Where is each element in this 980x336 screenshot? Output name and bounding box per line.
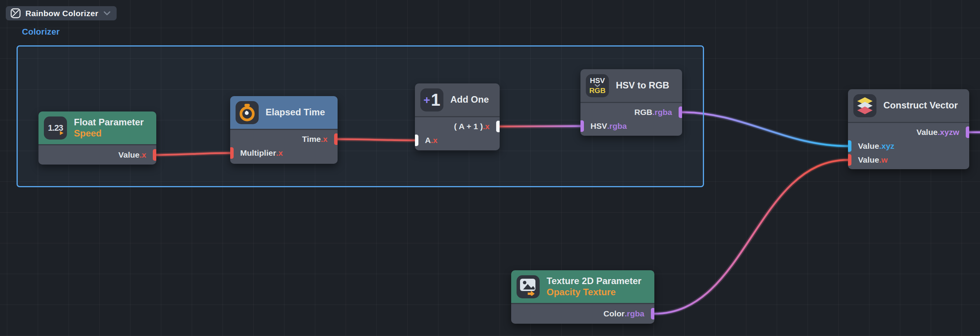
node-subtitle: Opacity Texture [547,287,641,298]
port-label: Multiplier [240,148,276,158]
wire-rgb-to-valuexyz[interactable] [682,112,848,146]
port-row-hsv-rgba: HSV.rgba [580,119,682,133]
port-label: Value [119,150,140,160]
port-label: ( A + 1 ) [454,122,483,131]
node-subtitle: Speed [74,128,144,139]
port-label: RGB [634,108,652,117]
node-title: HSV to RGB [616,80,669,91]
port-row-a-plus-1-x: ( A + 1 ).x [415,120,500,133]
texture-2d-icon [517,275,540,298]
node-title: Construct Vector [883,100,958,111]
port-color-rgba-output[interactable] [651,308,654,319]
port-row-rgb-rgba: RGB.rgba [580,105,682,119]
port-row-value-x: Value.x [38,145,156,165]
node-title: Elapsed Time [266,107,325,118]
node-hsv-to-rgb[interactable]: HSV RGB HSV to RGB RGB.rgba HSV.rgba [580,69,682,136]
chevron-down-icon [104,11,110,16]
port-label: Value [916,128,938,137]
node-title: Texture 2D Parameter [547,276,641,286]
node-texture-2d-parameter[interactable]: Texture 2D Parameter Opacity Texture Col… [511,270,654,324]
port-label: Color [604,309,625,318]
hsv-rgb-icon: HSV RGB [586,74,609,97]
node-add-one[interactable]: +1 Add One ( A + 1 ).x A.x [415,83,500,150]
node-elapsed-time[interactable]: Elapsed Time Time.x Multiplier.x [230,96,338,164]
graph-selector[interactable]: Rainbow Colorizer [6,6,117,20]
port-a-plus-1-x-output[interactable] [496,121,500,132]
port-value-xyzw-output[interactable] [966,126,969,138]
graph-title: Rainbow Colorizer [25,9,98,18]
node-construct-vector[interactable]: Construct Vector Value.xyzw Value.xyz Va… [848,89,969,169]
port-label: A [425,136,431,145]
port-rgb-rgba-output[interactable] [679,106,682,118]
group-label[interactable]: Colorizer [22,27,60,37]
port-row-time-x: Time.x [230,132,338,146]
port-row-value-xyzw: Value.xyzw [848,125,969,139]
node-title: Add One [450,94,489,105]
port-row-value-xyz: Value.xyz [848,139,969,153]
plus-one-icon: +1 [420,88,443,111]
port-row-multiplier-x: Multiplier.x [230,146,338,160]
float-parameter-icon: 1.23 [44,116,67,140]
port-label: Time [302,135,321,144]
stopwatch-icon [236,101,259,124]
node-float-parameter[interactable]: 1.23 Float Parameter Speed Value.x [38,111,156,165]
port-label: Value [858,141,879,151]
port-value-xyz-input[interactable] [848,140,851,152]
port-a-x-input[interactable] [415,135,418,146]
node-title: Float Parameter [74,117,144,128]
graph-asset-icon [10,8,21,18]
port-hsv-rgba-input[interactable] [580,120,584,132]
layers-icon [853,94,876,117]
port-row-color-rgba: Color.rgba [511,304,654,323]
port-value-w-input[interactable] [848,154,851,166]
port-time-x-output[interactable] [334,133,338,145]
port-label: Value [858,155,879,165]
port-value-x-output[interactable] [153,149,156,161]
port-multiplier-x-input[interactable] [230,147,234,159]
port-row-a-x: A.x [415,133,500,147]
port-row-value-w: Value.w [848,153,969,167]
port-label: HSV [590,121,607,131]
node-graph-canvas[interactable]: Rainbow Colorizer Colorizer 1.23 Float P… [0,0,980,336]
